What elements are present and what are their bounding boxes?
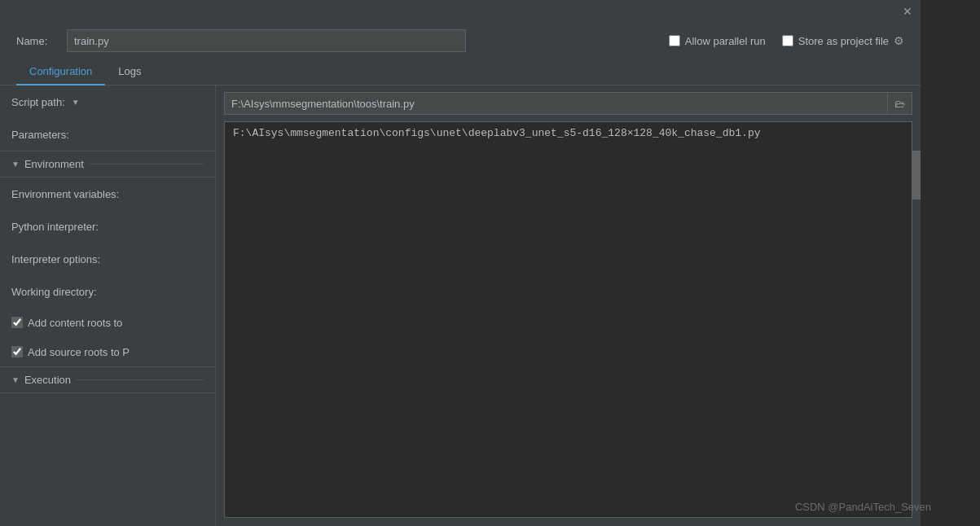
title-bar: ✕	[0, 0, 921, 23]
execution-collapse-icon: ▼	[11, 375, 20, 384]
env-variables-field-row: Environment variables:	[0, 178, 215, 210]
script-path-input[interactable]	[224, 92, 888, 115]
allow-parallel-run-label: Allow parallel run	[685, 35, 766, 47]
tabs-bar: Configuration Logs	[0, 59, 921, 85]
left-panel: Script path: ▼ Parameters: ▼ Environment…	[0, 85, 216, 526]
add-content-roots-label: Add content roots to	[28, 317, 122, 329]
interpreter-options-field-row: Interpreter options:	[0, 243, 215, 275]
env-variables-label: Environment variables:	[11, 188, 119, 200]
parameters-label: Parameters:	[11, 129, 69, 141]
store-as-project-file-group: Store as project file ⚙	[782, 34, 904, 47]
python-interpreter-field-row: Python interpreter:	[0, 210, 215, 243]
script-path-dropdown-icon[interactable]: ▼	[72, 98, 80, 107]
gear-icon[interactable]: ⚙	[894, 34, 904, 47]
script-path-field-row: Script path: ▼	[0, 85, 215, 118]
add-source-roots-row: Add source roots to P	[0, 337, 215, 366]
environment-collapse-icon: ▼	[11, 160, 20, 169]
execution-section-line	[76, 379, 204, 380]
name-input[interactable]	[67, 29, 466, 52]
add-content-roots-checkbox[interactable]	[11, 317, 23, 328]
environment-label: Environment	[24, 158, 84, 170]
interpreter-options-label: Interpreter options:	[11, 253, 100, 265]
allow-parallel-run-checkbox[interactable]	[669, 35, 680, 46]
environment-section-header[interactable]: ▼ Environment	[0, 151, 215, 178]
name-label: Name:	[16, 35, 57, 47]
watermark: CSDN @PandAiTech_Seven	[795, 501, 931, 513]
python-interpreter-label: Python interpreter:	[11, 221, 99, 233]
right-sidebar	[921, 0, 980, 526]
vertical-scrollbar[interactable]	[912, 151, 921, 526]
right-panel: 🗁 F:\AIsys\mmsegmentation\configs\unet\d…	[216, 85, 921, 526]
environment-section-line	[89, 164, 204, 164]
add-content-roots-row: Add content roots to	[0, 308, 215, 337]
allow-parallel-run-group: Allow parallel run	[669, 35, 766, 47]
name-options: Allow parallel run Store as project file…	[669, 34, 904, 47]
execution-section-header[interactable]: ▼ Execution	[0, 366, 215, 393]
parameters-input[interactable]: F:\AIsys\mmsegmentation\configs\unet\dee…	[224, 121, 912, 518]
add-source-roots-label: Add source roots to P	[28, 346, 130, 358]
close-button[interactable]: ✕	[901, 5, 914, 18]
main-content: Script path: ▼ Parameters: ▼ Environment…	[0, 85, 921, 526]
name-row: Name: Allow parallel run Store as projec…	[0, 23, 921, 59]
store-as-project-file-label: Store as project file	[798, 35, 889, 47]
working-directory-field-row: Working directory:	[0, 275, 215, 308]
tab-configuration[interactable]: Configuration	[16, 59, 105, 85]
tab-logs[interactable]: Logs	[105, 59, 154, 85]
add-source-roots-checkbox[interactable]	[11, 346, 23, 357]
parameters-field-row: Parameters:	[0, 118, 215, 151]
script-path-label: Script path:	[11, 96, 65, 108]
scrollbar-thumb[interactable]	[912, 151, 921, 199]
folder-browse-button[interactable]: 🗁	[888, 92, 912, 115]
working-directory-label: Working directory:	[11, 286, 97, 298]
folder-icon: 🗁	[894, 98, 905, 110]
store-as-project-file-checkbox[interactable]	[782, 35, 793, 46]
script-path-input-row: 🗁	[216, 85, 921, 121]
execution-label: Execution	[24, 374, 71, 386]
